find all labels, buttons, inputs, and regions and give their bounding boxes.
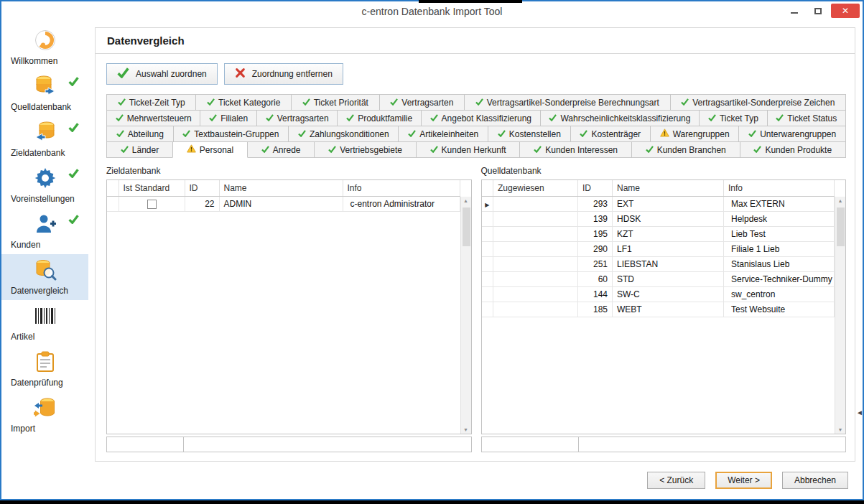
customer-icon <box>34 213 56 238</box>
table-row[interactable]: 22ADMINc-entron Administrator <box>107 196 460 211</box>
scroll-down-icon[interactable]: ▼ <box>838 427 843 432</box>
sidebar-item-datenpruefung[interactable]: Datenprüfung <box>1 346 88 392</box>
tab-wahrscheinlichkeitsklassifizierung[interactable]: Wahrscheinlichkeitsklassifizierung <box>540 110 700 126</box>
zuordnung-entfernen-button[interactable]: Zuordnung entfernen <box>224 63 343 85</box>
tab-kunden-produkte[interactable]: Kunden Produkte <box>740 141 846 158</box>
tab-kunden-herkunft[interactable]: Kunden Herkunft <box>416 141 521 158</box>
tab-zahlungskonditionen[interactable]: Zahlungskonditionen <box>288 126 399 142</box>
scroll-up-icon[interactable]: ▲ <box>463 198 468 203</box>
tab-vertragsartikel-sonderpreise-zeichen[interactable]: Vertragsartikel-Sonderpreise Zeichen <box>670 94 846 111</box>
check-icon <box>748 129 756 139</box>
close-button[interactable]: ✕ <box>831 4 860 18</box>
next-button[interactable]: Weiter > <box>715 472 772 489</box>
vertical-scrollbar[interactable]: ▲ ▼ <box>835 197 845 434</box>
tab-personal[interactable]: Personal <box>172 141 248 158</box>
target-database-panel: Zieldatenbank Ist StandardIDNameInfo 22A… <box>106 166 472 452</box>
column-header-info[interactable]: Info <box>724 180 835 196</box>
column-header-id[interactable]: ID <box>185 180 219 196</box>
column-header-id[interactable]: ID <box>578 180 613 196</box>
footer-cell[interactable] <box>578 437 847 452</box>
table-row[interactable]: 185WEBTTest Websuite <box>482 302 835 317</box>
table-row[interactable]: 144SW-Csw_centron <box>482 286 835 302</box>
tab-angebot-klassifizierung[interactable]: Angebot Klassifizierung <box>421 110 541 126</box>
column-header-name[interactable]: Name <box>613 180 724 196</box>
maximize-icon <box>814 8 822 14</box>
check-icon <box>68 122 79 135</box>
sidebar-item-label: Zieldatenbank <box>1 148 88 158</box>
tab-mehrwertsteuern[interactable]: Mehrwertsteuern <box>106 110 200 126</box>
cancel-button[interactable]: Abbrechen <box>782 472 848 489</box>
sidebar-item-willkommen[interactable]: Willkommen <box>1 24 88 70</box>
warning-icon <box>187 144 196 155</box>
column-header-ist-standard[interactable]: Ist Standard <box>119 180 185 196</box>
vertical-scrollbar[interactable]: ▲ ▼ <box>460 197 471 434</box>
check-icon <box>116 129 124 139</box>
ist-standard-checkbox[interactable] <box>147 200 157 209</box>
auswahl-zuordnen-button[interactable]: Auswahl zuordnen <box>106 63 218 85</box>
splitter-collapse-icon[interactable]: ◄ <box>856 409 863 416</box>
footer-cell[interactable] <box>106 437 184 452</box>
sidebar-item-zieldatenbank[interactable]: Zieldatenbank <box>1 116 88 162</box>
footer-cell[interactable] <box>481 437 579 452</box>
database-source-icon <box>34 75 57 101</box>
tab-ticket-status[interactable]: Ticket Status <box>767 110 846 126</box>
database-target-icon <box>34 121 57 146</box>
scroll-up-icon[interactable]: ▲ <box>838 198 843 203</box>
sidebar-item-import[interactable]: Import <box>1 392 88 438</box>
tab-artikeleinheiten[interactable]: Artikeleinheiten <box>398 126 488 142</box>
check-icon <box>298 129 306 139</box>
tab-ticket-prioritaet[interactable]: Ticket Priorität <box>291 94 380 111</box>
sidebar-item-datenvergleich[interactable]: Datenvergleich <box>1 254 88 300</box>
tab-abteilung[interactable]: Abteilung <box>106 126 174 142</box>
gear-icon <box>34 167 56 192</box>
tab-vertragsarten[interactable]: Vertragsarten <box>379 94 465 111</box>
table-row[interactable]: 60STDService-Techniker-Dummy <box>482 271 835 286</box>
column-header-name[interactable]: Name <box>219 180 343 196</box>
desktop-background-strip <box>419 0 522 3</box>
tab-kunden-branchen[interactable]: Kunden Branchen <box>631 141 740 158</box>
footer-cell[interactable] <box>183 437 472 452</box>
column-header-info[interactable]: Info <box>343 180 460 196</box>
sidebar-item-kunden[interactable]: Kunden <box>1 208 88 254</box>
sidebar-item-quelldatenbank[interactable]: Quelldatenbank <box>1 70 88 116</box>
minimize-button[interactable] <box>784 4 805 18</box>
tab-warengruppen[interactable]: Warengruppen <box>650 126 739 142</box>
scroll-down-icon[interactable]: ▼ <box>463 427 468 432</box>
tab-unterwarengruppen[interactable]: Unterwarengruppen <box>738 126 846 142</box>
tab-vertragsartikel-sonderpreise-berechnungsart[interactable]: Vertragsartikel-Sonderpreise Berechnungs… <box>464 94 671 111</box>
table-row[interactable]: ▶293EXTMax EXTERN <box>482 196 835 211</box>
tab-ticket-zeit-typ[interactable]: Ticket-Zeit Typ <box>106 94 196 111</box>
tab-produktfamilie[interactable]: Produktfamilie <box>337 110 421 126</box>
tab-vertragsarten[interactable]: Vertragsarten <box>256 110 338 126</box>
tab-ticket-kategorie[interactable]: Ticket Kategorie <box>195 94 292 111</box>
sidebar-item-label: Voreinstellungen <box>1 194 88 204</box>
tab-vertriebsgebiete[interactable]: Vertriebsgebiete <box>314 141 416 158</box>
titlebar[interactable]: c-entron Datenbank Import Tool ✕ <box>1 1 863 21</box>
column-header-zugewiesen[interactable]: Zugewiesen <box>493 180 578 196</box>
check-icon <box>390 98 398 108</box>
sidebar-item-artikel[interactable]: Artikel <box>1 300 88 346</box>
back-button[interactable]: < Zurück <box>647 472 705 489</box>
tab-anrede[interactable]: Anrede <box>247 141 315 158</box>
tab-kunden-interessen[interactable]: Kunden Interessen <box>519 141 631 158</box>
table-row[interactable]: 195KZTLieb Test <box>482 226 835 241</box>
table-row[interactable]: 251LIEBSTANStanislaus Lieb <box>482 256 835 271</box>
tab-kostenstellen[interactable]: Kostenstellen <box>488 126 571 142</box>
table-row[interactable]: 139HDSKHelpdesk <box>482 211 835 226</box>
tab-laender[interactable]: Länder <box>106 141 173 158</box>
warning-icon <box>660 129 669 139</box>
scrollbar-thumb[interactable] <box>463 207 470 246</box>
maximize-button[interactable] <box>807 4 829 18</box>
tab-ticket-typ[interactable]: Ticket Typ <box>699 110 767 126</box>
table-row[interactable]: 290LF1Filiale 1 Lieb <box>482 241 835 256</box>
sidebar-item-voreinstellungen[interactable]: Voreinstellungen <box>1 162 88 208</box>
check-icon <box>346 113 354 123</box>
tab-filialen[interactable]: Filialen <box>200 110 256 126</box>
tab-textbaustein-gruppen[interactable]: Textbaustein-Gruppen <box>173 126 289 142</box>
check-icon <box>681 98 689 108</box>
category-tabs: Ticket-Zeit TypTicket KategorieTicket Pr… <box>106 94 846 158</box>
page-title: Datenvergleich <box>96 28 855 53</box>
content-box: Datenvergleich Auswahl zuordnenZuordnung… <box>95 27 855 462</box>
tab-kostentraeger[interactable]: Kostenträger <box>570 126 651 142</box>
scrollbar-thumb[interactable] <box>837 207 845 246</box>
